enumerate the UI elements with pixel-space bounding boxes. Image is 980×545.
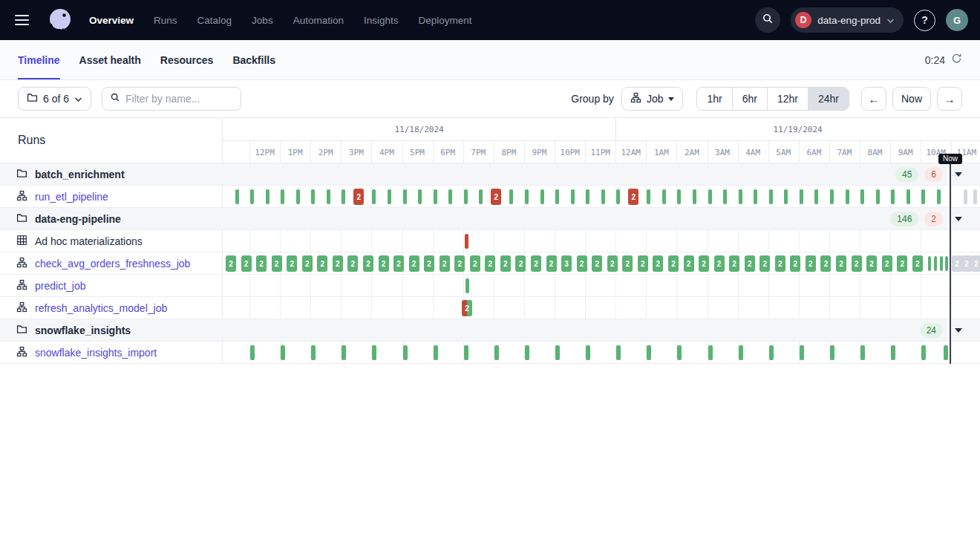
run-marker[interactable] <box>555 189 559 204</box>
run-marker[interactable]: 2 <box>961 255 972 272</box>
nav-item-overview[interactable]: Overview <box>89 15 134 26</box>
help-button[interactable]: ? <box>914 10 935 31</box>
run-marker[interactable]: 2 <box>241 255 252 272</box>
run-marker[interactable] <box>266 189 270 204</box>
expand-row-caret-icon[interactable] <box>955 217 962 221</box>
tab-timeline[interactable]: Timeline <box>18 40 60 79</box>
run-marker[interactable]: 2 <box>971 255 980 272</box>
filter-by-name-input[interactable] <box>125 93 260 105</box>
run-marker[interactable]: 2 <box>638 255 648 272</box>
tab-resources[interactable]: Resources <box>160 40 214 79</box>
run-marker[interactable]: 2 <box>607 255 618 272</box>
run-marker[interactable]: 2 <box>491 189 501 205</box>
run-marker[interactable] <box>250 345 255 360</box>
run-marker[interactable]: 2 <box>628 189 638 205</box>
workspace-switcher[interactable]: D data-eng-prod <box>791 7 904 33</box>
run-marker[interactable] <box>235 189 239 204</box>
run-marker[interactable]: 2 <box>347 255 358 272</box>
run-marker[interactable] <box>464 189 468 204</box>
run-marker[interactable] <box>964 189 967 204</box>
run-marker[interactable] <box>571 189 575 204</box>
run-marker[interactable] <box>465 234 468 249</box>
run-marker[interactable] <box>479 189 483 204</box>
nav-item-runs[interactable]: Runs <box>154 15 177 26</box>
run-marker[interactable] <box>250 189 254 204</box>
run-marker[interactable]: 2 <box>745 255 755 272</box>
run-marker[interactable]: 2 <box>485 255 495 272</box>
run-marker[interactable]: 2 <box>897 255 907 272</box>
run-marker[interactable]: 2 <box>852 255 862 272</box>
run-marker[interactable] <box>708 189 712 204</box>
run-marker[interactable] <box>945 256 948 271</box>
run-marker[interactable] <box>784 189 788 204</box>
run-marker[interactable] <box>876 189 880 204</box>
run-marker[interactable] <box>708 345 713 360</box>
run-marker[interactable] <box>891 189 895 204</box>
run-marker[interactable]: 2 <box>790 255 800 272</box>
search-button[interactable] <box>755 7 780 33</box>
run-marker[interactable] <box>525 345 529 360</box>
nav-item-catalog[interactable]: Catalog <box>197 15 232 26</box>
run-marker[interactable] <box>311 345 316 360</box>
run-marker[interactable] <box>464 345 468 360</box>
job-name[interactable]: predict_job <box>35 280 86 292</box>
nav-item-jobs[interactable]: Jobs <box>252 15 273 26</box>
run-marker[interactable] <box>540 189 544 204</box>
range-24hr[interactable]: 24hr <box>808 88 849 110</box>
run-marker[interactable]: 2 <box>409 255 419 272</box>
run-marker[interactable]: 2 <box>462 300 472 316</box>
run-marker[interactable] <box>281 345 285 360</box>
run-marker[interactable]: 2 <box>912 255 923 272</box>
run-marker[interactable]: 2 <box>470 255 480 272</box>
job-name[interactable]: check_avg_orders_freshness_job <box>35 258 190 270</box>
run-marker[interactable] <box>800 345 804 360</box>
run-marker[interactable] <box>586 189 589 204</box>
run-marker[interactable] <box>906 189 910 204</box>
run-marker[interactable]: 2 <box>531 255 541 272</box>
run-marker[interactable]: 2 <box>882 255 892 272</box>
run-marker[interactable] <box>754 189 757 204</box>
run-marker[interactable] <box>814 189 818 204</box>
run-marker[interactable]: 2 <box>440 255 450 272</box>
timeline-prev-button[interactable]: ← <box>861 87 886 111</box>
expand-row-caret-icon[interactable] <box>955 328 962 333</box>
run-marker[interactable] <box>846 189 849 204</box>
run-marker[interactable] <box>830 345 834 360</box>
run-marker[interactable] <box>555 345 560 360</box>
run-marker[interactable]: 2 <box>317 255 327 272</box>
run-marker[interactable] <box>388 189 391 204</box>
job-name[interactable]: snowflake_insights_import <box>35 347 157 359</box>
run-marker[interactable]: 2 <box>577 255 587 272</box>
run-marker[interactable]: 2 <box>256 255 267 272</box>
nav-item-deployment[interactable]: Deployment <box>418 15 471 26</box>
run-marker[interactable]: 2 <box>775 255 785 272</box>
run-marker[interactable]: 2 <box>714 255 725 272</box>
run-marker[interactable] <box>509 189 513 204</box>
run-marker[interactable] <box>372 189 376 204</box>
job-name[interactable]: run_etl_pipeline <box>35 191 108 203</box>
run-marker[interactable] <box>327 189 330 204</box>
range-12hr[interactable]: 12hr <box>767 88 808 110</box>
run-marker[interactable] <box>769 189 773 204</box>
run-marker[interactable] <box>616 345 621 360</box>
nav-item-automation[interactable]: Automation <box>293 15 344 26</box>
run-marker[interactable] <box>342 189 345 204</box>
run-marker[interactable]: 2 <box>353 189 364 205</box>
run-marker[interactable] <box>940 256 943 271</box>
timeline-next-button[interactable]: → <box>937 87 962 111</box>
run-marker[interactable]: 2 <box>226 255 236 272</box>
run-marker[interactable] <box>769 345 774 360</box>
run-marker[interactable] <box>677 189 681 204</box>
timeline-now-button[interactable]: Now <box>892 87 931 111</box>
run-marker[interactable]: 2 <box>592 255 602 272</box>
run-marker[interactable] <box>403 345 408 360</box>
run-marker[interactable] <box>372 345 376 360</box>
run-marker[interactable] <box>739 189 742 204</box>
run-marker[interactable]: 2 <box>393 255 404 272</box>
dagster-logo-icon[interactable] <box>46 6 74 34</box>
run-marker[interactable]: 2 <box>454 255 465 272</box>
run-marker[interactable]: 2 <box>500 255 511 272</box>
run-marker[interactable]: 2 <box>866 255 877 272</box>
run-marker[interactable] <box>860 345 865 360</box>
run-marker[interactable] <box>434 345 438 360</box>
